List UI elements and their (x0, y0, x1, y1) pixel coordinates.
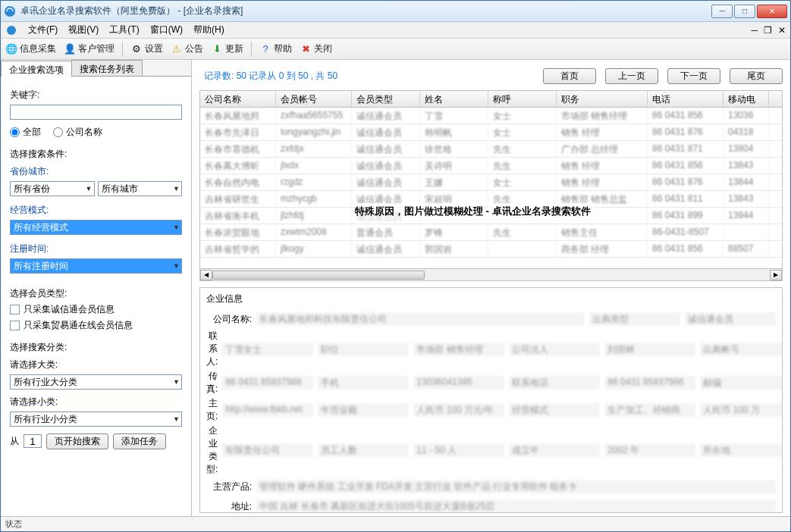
tool-customer[interactable]: 👤客户管理 (64, 42, 115, 55)
gear-icon: ⚙ (130, 43, 143, 55)
app-icon-small (5, 24, 17, 36)
chevron-down-icon: ▼ (173, 262, 180, 270)
close-icon: ✖ (300, 43, 312, 55)
menu-tool[interactable]: 工具(T) (109, 23, 139, 36)
download-icon: ⬇ (211, 43, 223, 55)
user-icon: 👤 (64, 43, 76, 55)
chevron-down-icon: ▼ (173, 185, 180, 192)
titlebar: 卓讯企业名录搜索软件（阿里免费版） - [企业名录搜索] ─ □ ✕ (1, 1, 790, 22)
results-table: 公司名称会员帐号会员类型姓名称呼职务电话移动电 长春风展地邦zxfhaa5655… (199, 90, 783, 269)
record-info: 记录数: 50 记录从 0 到 50 , 共 50 (199, 70, 543, 83)
globe-icon: 🌐 (5, 43, 17, 55)
lbl-fax: 传真: (206, 370, 218, 396)
chevron-down-icon: ▼ (86, 185, 93, 192)
window-title: 卓讯企业名录搜索软件（阿里免费版） - [企业名录搜索] (20, 5, 711, 17)
right-panel: 记录数: 50 记录从 0 到 50 , 共 50 首页 上一页 下一页 尾页 … (192, 60, 790, 516)
start-search-button[interactable]: 页开始搜索 (46, 433, 108, 449)
column-header[interactable]: 会员类型 (352, 91, 420, 107)
menu-view[interactable]: 视图(V) (68, 23, 99, 36)
statusbar: 状态 (1, 516, 790, 531)
chevron-down-icon: ▼ (173, 415, 180, 423)
prev-page-button[interactable]: 上一页 (605, 68, 658, 84)
tool-collect[interactable]: 🌐信息采集 (5, 42, 56, 55)
column-header[interactable]: 公司名称 (200, 91, 276, 107)
bizmode-label: 经营模式: (10, 204, 182, 217)
big-cat-combo[interactable]: 所有行业大分类▼ (10, 374, 182, 390)
big-cat-label: 请选择大类: (10, 358, 182, 371)
chevron-down-icon: ▼ (173, 378, 180, 386)
add-task-button[interactable]: 添加任务 (113, 433, 166, 449)
table-row[interactable]: 长春市先泽日longyangzhi.jin诚信通会员韩明帆女士销售 经理86 0… (200, 124, 782, 141)
chk-chengxin[interactable]: 只采集诚信通会员信息 (10, 303, 182, 316)
val-company: 长春风展地邦科技有限责任公司 (256, 312, 585, 326)
page-prefix: 从 (10, 435, 19, 448)
column-header[interactable]: 会员帐号 (276, 91, 352, 107)
table-row[interactable]: 长春浓贺眼地zxwtm2008普通会员罗锋先生销售主任86-0431-8507 (200, 224, 782, 241)
left-tabs: 企业搜索选项 搜索任务列表 (1, 60, 191, 77)
column-header[interactable]: 电话 (648, 91, 724, 107)
radio-all[interactable]: 全部 (10, 126, 41, 139)
chevron-down-icon: ▼ (173, 224, 180, 231)
tool-notice[interactable]: ⚠公告 (171, 42, 203, 55)
keyword-input[interactable] (10, 105, 182, 120)
tool-close[interactable]: ✖关闭 (300, 42, 332, 55)
menubar: 文件(F) 视图(V) 工具(T) 窗口(W) 帮助(H) ─ ❐ ✕ (1, 22, 790, 39)
app-icon (4, 5, 16, 17)
member-type-label: 选择会员类型: (10, 287, 182, 300)
keyword-label: 关键字: (10, 89, 182, 102)
column-header[interactable]: 职务 (557, 91, 648, 107)
blur-notice-overlay: 特殊原因，图片做过模糊处理 - 卓讯企业名录搜索软件 (352, 203, 594, 220)
toolbar: 🌐信息采集 👤客户管理 ⚙设置 ⚠公告 ⬇更新 ?帮助 ✖关闭 (1, 39, 790, 60)
detail-title: 企业信息 (206, 293, 776, 305)
maximize-button[interactable]: □ (734, 5, 755, 18)
separator (251, 42, 252, 57)
chk-maoyi[interactable]: 只采集贸易通在线会员信息 (10, 319, 182, 332)
tab-task-list[interactable]: 搜索任务列表 (71, 60, 143, 76)
lbl-contact: 联系人: (206, 330, 218, 368)
next-page-button[interactable]: 下一页 (667, 68, 720, 84)
mdi-close-icon[interactable]: ✕ (778, 25, 786, 36)
page-input[interactable] (24, 434, 42, 448)
table-row[interactable]: 吉林省哲学的jlkogy诚信通会员郭国岩商务部 经理86 0431 856885… (200, 241, 782, 258)
category-label: 选择搜索分类: (10, 341, 182, 354)
mdi-restore-icon[interactable]: ❐ (764, 25, 772, 36)
table-row[interactable]: 长春市喜德机zxfdjx诚信通会员徐世格先生广办部 总经理86 0431 871… (200, 141, 782, 158)
scroll-thumb[interactable] (212, 271, 425, 280)
regtime-combo[interactable]: 所有注册时间▼ (10, 258, 182, 274)
menu-help[interactable]: 帮助(H) (193, 23, 224, 36)
province-combo[interactable]: 所有省份▼ (10, 181, 95, 196)
tab-search-options[interactable]: 企业搜索选项 (1, 61, 72, 77)
city-combo[interactable]: 所有城市▼ (98, 181, 183, 196)
lbl-address: 地址: (206, 500, 252, 513)
svg-point-1 (7, 26, 16, 35)
svg-point-0 (5, 6, 15, 17)
menu-file[interactable]: 文件(F) (28, 23, 58, 36)
column-header[interactable]: 姓名 (420, 91, 488, 107)
regtime-label: 注册时间: (10, 243, 182, 255)
table-row[interactable]: 长春自然内电rzgdz诚信通会员王娜女士销售 经理86 0431 8761384… (200, 174, 782, 191)
close-button[interactable]: ✕ (757, 5, 787, 18)
small-cat-combo[interactable]: 所有行业小分类▼ (10, 412, 182, 427)
tool-update[interactable]: ⬇更新 (211, 42, 243, 55)
table-row[interactable]: 长春风展地邦zxfhaa5655755诚信通会员丁雪女士市场部 销售经理86 0… (200, 108, 782, 124)
minimize-button[interactable]: ─ (711, 5, 733, 18)
tool-help[interactable]: ?帮助 (259, 42, 292, 55)
scroll-left-button[interactable]: ◀ (200, 270, 212, 280)
first-page-button[interactable]: 首页 (543, 68, 596, 84)
last-page-button[interactable]: 尾页 (730, 68, 783, 84)
menu-window[interactable]: 窗口(W) (150, 23, 183, 36)
lbl-products: 主营产品: (206, 480, 252, 493)
warning-icon: ⚠ (171, 43, 183, 55)
scroll-right-button[interactable]: ▶ (770, 270, 782, 280)
separator (122, 42, 123, 57)
radio-company-name[interactable]: 公司名称 (53, 126, 102, 139)
lbl-type: 企业类型: (206, 424, 218, 476)
tool-settings[interactable]: ⚙设置 (130, 42, 163, 55)
column-header[interactable]: 称呼 (488, 91, 557, 107)
column-header[interactable]: 移动电 (724, 91, 769, 107)
horizontal-scrollbar[interactable]: ◀ ▶ (199, 269, 783, 281)
bizmode-combo[interactable]: 所有经营模式▼ (10, 220, 182, 235)
company-detail: 企业信息 公司名称:长春风展地邦科技有限责任公司出典类型诚信通会员 联系人:丁雪… (199, 287, 783, 513)
table-row[interactable]: 长春高大博昕jlxdx诚信通会员吴诗明先生销售 经理86 0431 856138… (200, 158, 782, 174)
mdi-minimize-icon[interactable]: ─ (751, 25, 758, 36)
